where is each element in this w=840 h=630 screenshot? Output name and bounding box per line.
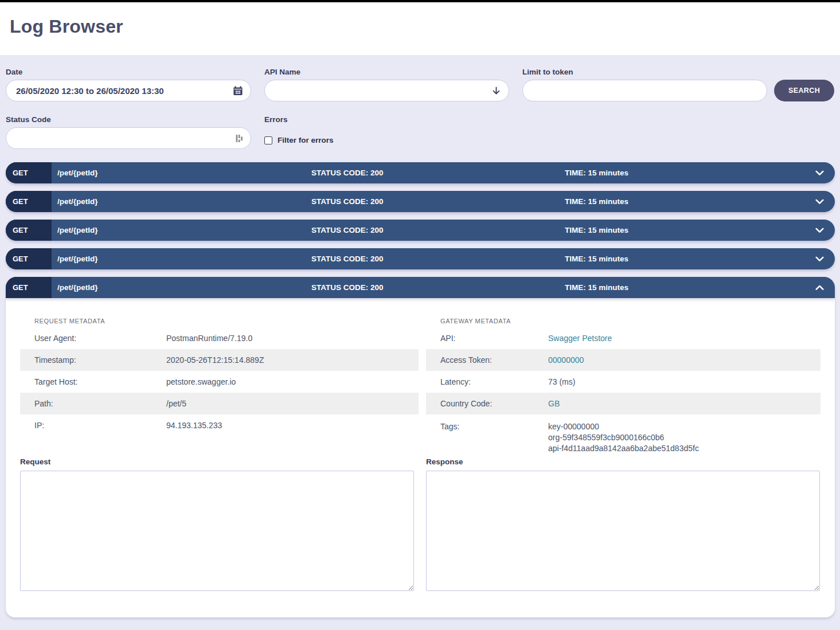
meta-value-tags: key-00000000 org-59f348559f3cb9000166c0b… (548, 414, 821, 457)
date-field-group: Date (6, 68, 251, 101)
time-text: TIME: (565, 169, 586, 177)
log-row[interactable]: GET /pet/{petId} STATUS CODE: 200 TIME: … (6, 220, 835, 241)
meta-value: 94.193.135.233 (166, 421, 419, 430)
meta-row-target-host: Target Host: petstore.swagger.io (20, 371, 419, 393)
status-code-field-group: Status Code (6, 115, 251, 149)
response-body-section: Response (426, 457, 821, 591)
meta-label: Target Host: (20, 377, 166, 386)
meta-row-latency: Latency: 73 (ms) (426, 371, 821, 393)
request-metadata-heading: REQUEST METADATA (20, 318, 419, 324)
status-code-text: STATUS CODE: (311, 255, 368, 263)
status-code-label: Status Code (6, 115, 251, 124)
limit-to-token-input-wrapper (522, 80, 767, 101)
meta-row-country-code: Country Code: GB (426, 393, 821, 414)
request-metadata-section: REQUEST METADATA User Agent: PostmanRunt… (20, 318, 419, 457)
meta-row-user-agent: User Agent: PostmanRuntime/7.19.0 (20, 327, 419, 349)
filter-for-errors-checkbox[interactable] (264, 136, 272, 144)
page-title: Log Browser (10, 16, 123, 37)
status-code-value: 200 (370, 226, 384, 234)
status-code-value: 200 (370, 283, 384, 292)
meta-label: Path: (20, 399, 166, 408)
method-badge: GET (6, 248, 52, 269)
method-label: GET (13, 197, 28, 206)
time-value: 15 minutes (588, 255, 629, 263)
meta-row-ip: IP: 94.193.135.233 (20, 414, 419, 436)
chevron-down-icon[interactable] (815, 228, 824, 233)
status-code-text: STATUS CODE: (311, 197, 368, 206)
status-code-value: 200 (370, 255, 384, 263)
log-row-status: STATUS CODE: 200 (311, 226, 384, 234)
time-value: 15 minutes (588, 226, 629, 234)
log-row-expanded[interactable]: GET /pet/{petId} STATUS CODE: 200 TIME: … (6, 277, 835, 298)
chevron-down-icon[interactable] (815, 199, 824, 204)
errors-field-group: Errors Filter for errors (264, 115, 334, 144)
log-row-path: /pet/{petId} (57, 226, 98, 234)
log-row-time: TIME: 15 minutes (565, 169, 628, 177)
log-row-time: TIME: 15 minutes (565, 226, 628, 234)
status-code-text: STATUS CODE: (311, 226, 368, 234)
date-input[interactable] (16, 86, 233, 96)
time-value: 15 minutes (588, 197, 629, 206)
time-text: TIME: (565, 226, 586, 234)
meta-label: Latency: (426, 377, 548, 386)
filters-section: Date (6, 55, 835, 149)
meta-row-timestamp: Timestamp: 2020-05-26T12:15:14.889Z (20, 349, 419, 371)
time-value: 15 minutes (588, 283, 629, 292)
status-code-text: STATUS CODE: (311, 169, 368, 177)
api-name-input[interactable] (275, 86, 491, 96)
meta-label: Tags: (426, 414, 548, 431)
request-label: Request (20, 457, 419, 467)
page-header: Log Browser (0, 2, 840, 55)
time-text: TIME: (565, 197, 586, 206)
meta-label: API: (426, 334, 548, 343)
access-token-link[interactable]: 00000000 (548, 355, 584, 365)
request-textarea[interactable] (20, 471, 414, 591)
country-code-link[interactable]: GB (548, 399, 560, 408)
method-badge: GET (6, 162, 52, 183)
chevron-down-icon[interactable] (815, 170, 824, 175)
method-badge: GET (6, 220, 52, 241)
meta-label: User Agent: (20, 334, 166, 343)
status-code-input[interactable] (16, 134, 236, 143)
log-row[interactable]: GET /pet/{petId} STATUS CODE: 200 TIME: … (6, 162, 835, 183)
meta-value: 2020-05-26T12:15:14.889Z (166, 355, 419, 365)
status-bars-icon (236, 134, 243, 143)
status-code-text: STATUS CODE: (311, 283, 368, 292)
dropdown-arrow-icon[interactable] (491, 86, 501, 96)
response-textarea[interactable] (426, 471, 820, 591)
calendar-icon[interactable] (233, 85, 243, 96)
gateway-metadata-section: GATEWAY METADATA API: Swagger Petstore A… (426, 318, 821, 457)
limit-to-token-input[interactable] (533, 86, 759, 96)
method-badge: GET (6, 277, 52, 298)
log-row-time: TIME: 15 minutes (565, 197, 628, 206)
method-label: GET (13, 283, 28, 292)
log-row-time: TIME: 15 minutes (565, 255, 628, 263)
log-row-status: STATUS CODE: 200 (311, 255, 384, 263)
chevron-down-icon[interactable] (815, 256, 824, 261)
date-label: Date (6, 68, 251, 77)
time-text: TIME: (565, 283, 586, 292)
meta-value: petstore.swagger.io (166, 377, 419, 386)
log-row[interactable]: GET /pet/{petId} STATUS CODE: 200 TIME: … (6, 248, 835, 269)
request-body-section: Request (20, 457, 419, 591)
status-code-input-wrapper (6, 127, 251, 149)
request-metadata-table: User Agent: PostmanRuntime/7.19.0 Timest… (20, 327, 419, 436)
log-row-path: /pet/{petId} (57, 197, 98, 206)
log-row-path: /pet/{petId} (57, 255, 98, 263)
meta-row-path: Path: /pet/5 (20, 393, 419, 414)
meta-label: Country Code: (426, 399, 548, 408)
api-name-select[interactable] (264, 80, 509, 101)
filter-for-errors-label: Filter for errors (278, 136, 334, 144)
method-label: GET (13, 226, 28, 234)
method-label: GET (13, 255, 28, 263)
search-button[interactable]: SEARCH (774, 80, 834, 101)
api-name-field-group: API Name (264, 68, 509, 101)
chevron-up-icon[interactable] (815, 285, 824, 290)
log-row[interactable]: GET /pet/{petId} STATUS CODE: 200 TIME: … (6, 191, 835, 212)
meta-value: PostmanRuntime/7.19.0 (166, 334, 419, 343)
api-link[interactable]: Swagger Petstore (548, 334, 612, 343)
meta-value: /pet/5 (166, 399, 419, 408)
meta-label: Access Token: (426, 355, 548, 365)
api-name-label: API Name (264, 68, 509, 77)
meta-label: IP: (20, 421, 166, 430)
